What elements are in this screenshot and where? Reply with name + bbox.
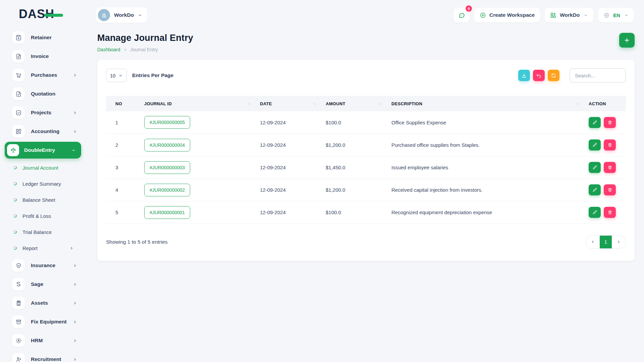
column-header-no: NO — [106, 96, 140, 111]
add-journal-entry-button[interactable] — [619, 33, 635, 48]
sidebar-item-fix-equipment[interactable]: Fix Equipment — [0, 312, 86, 331]
sidebar-subitem-balance-sheet[interactable]: Balance Sheet — [0, 192, 86, 208]
sidebar-item-insurance[interactable]: Insurance — [0, 256, 86, 275]
edit-button[interactable] — [589, 162, 601, 173]
top-bar-right: 0 Create Workspace WorkDo EN — [453, 8, 634, 22]
delete-button[interactable] — [604, 117, 616, 128]
sidebar-item-label: Projects — [31, 110, 51, 116]
delete-button[interactable] — [604, 162, 616, 173]
messages-button[interactable]: 0 — [453, 8, 470, 22]
brand-logo-green-bar — [44, 14, 63, 17]
delete-button[interactable] — [604, 139, 616, 150]
language-menu-button[interactable]: EN — [598, 8, 634, 22]
sidebar-item-label: Invoice — [31, 53, 49, 59]
reset-button[interactable] — [533, 70, 545, 81]
sidebar-subitem-ledger-summary[interactable]: Ledger Summary — [0, 176, 86, 192]
column-header-amount[interactable]: AMOUNT↑↓ — [321, 96, 387, 111]
showing-entries-text: Showing 1 to 5 of 5 entries — [106, 239, 168, 245]
brand-logo: DASH — [0, 0, 86, 28]
edit-button[interactable] — [589, 184, 601, 195]
top-bar: WorkDo 0 Create Workspace WorkDo — [86, 0, 644, 25]
chevron-right-icon — [73, 263, 77, 268]
sidebar-subitem-report[interactable]: Report — [0, 240, 86, 256]
journal-id-badge[interactable]: #JUR000000003 — [144, 161, 190, 174]
export-button[interactable] — [518, 70, 530, 81]
sort-icon: ↑↓ — [248, 102, 251, 106]
column-header-journal-id[interactable]: JOURNAL ID↑↓ — [140, 96, 255, 111]
edit-button[interactable] — [589, 207, 601, 218]
company-menu-button[interactable]: WorkDo — [545, 8, 593, 22]
sidebar-item-label: DoubleEntry — [24, 147, 55, 153]
breadcrumb-dashboard-link[interactable]: Dashboard — [97, 47, 120, 52]
column-header-date[interactable]: DATE↑↓ — [255, 96, 321, 111]
journal-id-badge[interactable]: #JUR000000004 — [144, 139, 190, 152]
bullet-icon — [13, 198, 17, 202]
trash-icon — [607, 120, 612, 125]
journal-id-badge[interactable]: #JUR000000002 — [144, 184, 190, 196]
sidebar-item-accounting[interactable]: Accounting — [0, 122, 86, 141]
chevron-down-icon — [71, 148, 76, 153]
edit-button[interactable] — [589, 117, 601, 128]
search-input[interactable] — [570, 68, 626, 82]
sidebar-subitem-profit-loss[interactable]: Profit & Loss — [0, 208, 86, 224]
column-header-action: ACTION — [584, 96, 626, 111]
sidebar-subitem-journal-account[interactable]: Journal Account — [0, 160, 86, 176]
sidebar-subitem-trial-balance[interactable]: Trial Balance — [0, 224, 86, 240]
cell-date: 12-09-2024 — [255, 111, 321, 134]
pencil-icon — [592, 187, 597, 192]
sidebar-subitem-label: Balance Sheet — [22, 197, 55, 203]
sort-icon: ↑↓ — [379, 102, 382, 106]
create-workspace-button[interactable]: Create Workspace — [474, 8, 540, 22]
grid-plus-icon — [12, 125, 25, 138]
chevron-right-icon — [73, 339, 77, 343]
sidebar-subitem-label: Journal Account — [22, 165, 58, 171]
sidebar-item-quotation[interactable]: Quotation — [0, 84, 86, 103]
entries-per-page-select[interactable]: 10 — [106, 69, 127, 82]
save-icon — [12, 31, 25, 44]
table-row: 4 #JUR000000002 12-09-2024 $1,200.0 Rece… — [106, 179, 626, 201]
chevron-left-icon — [591, 240, 595, 244]
sidebar-item-assets[interactable]: Assets — [0, 294, 86, 312]
sidebar-item-retainer[interactable]: Retainer — [0, 28, 86, 47]
workspace-avatar — [98, 9, 110, 21]
chevron-right-icon — [69, 246, 74, 250]
journal-id-badge[interactable]: #JUR000000005 — [144, 116, 190, 129]
sidebar-item-purchases[interactable]: Purchases — [0, 66, 86, 84]
column-header-description[interactable]: DESCRIPTION↑↓ — [387, 96, 584, 111]
cell-amount: $100.0 — [321, 111, 387, 134]
refresh-button[interactable] — [548, 70, 559, 81]
cell-no: 2 — [106, 134, 140, 156]
journal-entries-table: NO JOURNAL ID↑↓ DATE↑↓ AMOUNT↑↓ DESCRIPT… — [106, 96, 626, 224]
delete-button[interactable] — [604, 184, 616, 195]
sidebar-item-doubleentry-active[interactable]: DoubleEntry — [5, 142, 81, 159]
sidebar-item-sage[interactable]: S Sage — [0, 275, 86, 294]
sidebar-item-hrm[interactable]: HRM — [0, 331, 86, 350]
pagination-next-button[interactable] — [612, 235, 626, 249]
cell-no: 1 — [106, 111, 140, 134]
table-row: 1 #JUR000000005 12-09-2024 $100.0 Office… — [106, 111, 626, 134]
sidebar-item-recruitment[interactable]: Recruitment — [0, 350, 86, 362]
sidebar-item-projects[interactable]: Projects — [0, 103, 86, 122]
delete-button[interactable] — [604, 207, 616, 218]
chevron-down-icon — [138, 13, 142, 17]
file-check-icon — [12, 87, 25, 100]
pagination-prev-button[interactable] — [586, 235, 600, 249]
cell-amount: $1,200.0 — [321, 134, 387, 156]
breadcrumb-current: Journal Entry — [130, 47, 158, 52]
sidebar: DASH Retainer Invoice Purchases — [0, 0, 86, 362]
refresh-icon — [551, 73, 556, 78]
sidebar-item-invoice[interactable]: Invoice — [0, 47, 86, 66]
table-controls: 10 Entries Per Page — [106, 68, 626, 82]
cell-description: Office Supplies Expense — [387, 111, 584, 134]
journal-id-badge[interactable]: #JUR000000001 — [144, 206, 190, 219]
pagination-page-1[interactable]: 1 — [600, 235, 612, 249]
entries-per-page-label: Entries Per Page — [132, 72, 173, 78]
edit-button[interactable] — [589, 139, 601, 150]
bullet-icon — [13, 214, 17, 218]
plus-circle-icon — [480, 12, 486, 18]
cell-amount: $1,200.0 — [321, 179, 387, 201]
journal-entries-card: 10 Entries Per Page — [97, 60, 635, 261]
sidebar-subitem-label: Trial Balance — [22, 229, 52, 235]
workspace-switcher[interactable]: WorkDo — [96, 7, 147, 23]
sidebar-item-label: Quotation — [31, 91, 55, 97]
